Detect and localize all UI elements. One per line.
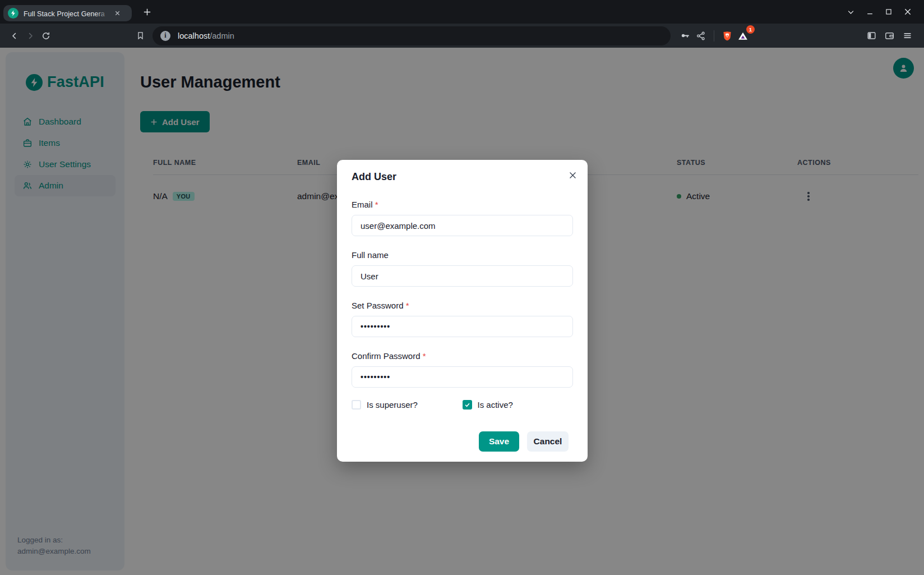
password-key-icon[interactable] (677, 28, 693, 44)
tab-bar: Full Stack Project Genera (0, 0, 924, 24)
set-password-field[interactable] (352, 316, 573, 337)
url-path: /admin (210, 31, 234, 40)
full-name-field[interactable] (352, 265, 573, 287)
tab-close-icon[interactable] (112, 8, 122, 19)
window-controls (841, 3, 924, 20)
bookmark-icon[interactable] (132, 28, 148, 44)
checkbox-unchecked-icon[interactable] (352, 400, 361, 410)
tab-title: Full Stack Project Genera (24, 10, 105, 18)
page-viewport: FastAPI Dashboard Items User Settings A (0, 48, 924, 575)
email-field[interactable] (352, 215, 573, 236)
modal-actions: Save Cancel (352, 431, 569, 452)
tab-search-icon[interactable] (841, 3, 860, 20)
toolbar-right-actions (863, 28, 915, 44)
modal-title: Add User (352, 170, 573, 183)
urlbar-actions: 1 (677, 28, 751, 44)
rewards-notification-badge: 1 (746, 25, 755, 34)
wallet-icon[interactable] (881, 28, 897, 44)
new-tab-button[interactable] (140, 5, 154, 19)
set-password-label: Set Password * (352, 300, 573, 311)
confirm-password-field[interactable] (352, 366, 573, 388)
checkbox-row: Is superuser? Is active? (352, 400, 573, 410)
minimize-button[interactable] (860, 3, 879, 20)
checkbox-checked-icon[interactable] (463, 400, 472, 410)
forward-button[interactable] (22, 28, 38, 44)
sidebar-panel-icon[interactable] (863, 28, 879, 44)
browser-window: Full Stack Project Genera (0, 0, 924, 575)
reload-button[interactable] (38, 28, 54, 44)
is-superuser-checkbox[interactable]: Is superuser? (352, 400, 463, 410)
confirm-password-label: Confirm Password * (352, 351, 573, 362)
share-icon[interactable] (693, 28, 709, 44)
brave-rewards-icon[interactable]: 1 (735, 28, 751, 44)
menu-icon[interactable] (899, 28, 915, 44)
tab-title-wrap: Full Stack Project Genera (24, 8, 110, 19)
site-info-icon[interactable]: i (160, 31, 170, 41)
add-user-modal: Add User Email * Full name Set Password … (337, 160, 588, 462)
maximize-button[interactable] (879, 3, 898, 20)
is-active-checkbox[interactable]: Is active? (463, 400, 574, 410)
cancel-button[interactable]: Cancel (527, 431, 569, 452)
email-field-group: Email * (352, 199, 573, 236)
modal-close-icon[interactable] (565, 168, 580, 182)
required-asterisk: * (406, 301, 409, 310)
email-label: Email * (352, 199, 573, 210)
toolbar-divider (714, 30, 714, 42)
set-password-field-group: Set Password * (352, 300, 573, 337)
full-name-label: Full name (352, 250, 573, 261)
browser-tab[interactable]: Full Stack Project Genera (3, 5, 132, 21)
confirm-password-field-group: Confirm Password * (352, 351, 573, 388)
full-name-field-group: Full name (352, 250, 573, 287)
required-asterisk: * (423, 351, 426, 361)
back-button[interactable] (7, 28, 22, 44)
url-bar[interactable]: i localhost /admin (153, 26, 671, 45)
browser-toolbar: i localhost /admin 1 (0, 24, 924, 48)
url-host: localhost (178, 31, 210, 40)
fastapi-favicon-icon (8, 8, 19, 19)
required-asterisk: * (375, 200, 378, 209)
close-window-button[interactable] (898, 3, 917, 20)
save-button[interactable]: Save (479, 431, 519, 452)
tab-title-fade (95, 8, 110, 19)
brave-shield-icon[interactable] (719, 28, 735, 44)
